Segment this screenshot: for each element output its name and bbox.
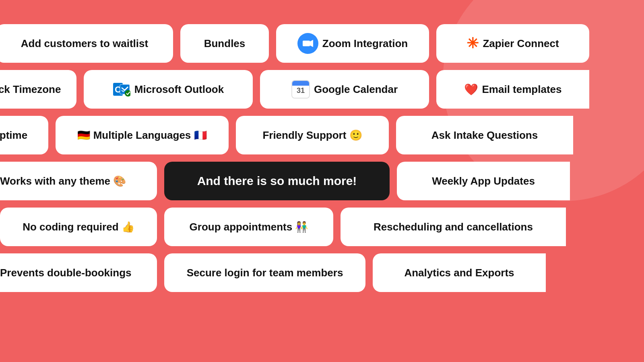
more-chip[interactable]: And there is so much more!: [164, 162, 390, 200]
reschedule-chip[interactable]: Rescheduling and cancellations: [341, 208, 566, 246]
zoom-icon: [297, 33, 318, 54]
row-1: Add customers to waitlist Bundles Zoom I…: [0, 24, 644, 63]
intake-chip[interactable]: Ask Intake Questions: [396, 116, 573, 154]
more-label: And there is so much more!: [197, 174, 357, 188]
double-bookings-chip[interactable]: Prevents double-bookings: [0, 253, 157, 292]
email-templates-chip[interactable]: ❤️ Email templates: [436, 70, 589, 109]
svg-rect-0: [303, 41, 310, 46]
row-3: Uptime 🇩🇪 Multiple Languages 🇫🇷 Friendly…: [0, 116, 644, 154]
bundles-label: Bundles: [204, 37, 246, 50]
languages-label: 🇩🇪 Multiple Languages 🇫🇷: [77, 129, 206, 142]
timezone-chip[interactable]: ock Timezone: [0, 70, 76, 109]
no-coding-chip[interactable]: No coding required 👍: [0, 208, 157, 246]
add-waitlist-label: Add customers to waitlist: [21, 37, 148, 50]
zapier-chip[interactable]: ✳ Zapier Connect: [436, 24, 589, 63]
theme-chip[interactable]: Works with any theme 🎨: [0, 162, 157, 200]
svg-marker-1: [310, 40, 313, 47]
languages-chip[interactable]: 🇩🇪 Multiple Languages 🇫🇷: [56, 116, 229, 154]
support-label: Friendly Support 🙂: [262, 129, 362, 142]
row-6: Prevents double-bookings Secure login fo…: [0, 253, 644, 292]
secure-login-chip[interactable]: Secure login for team members: [164, 253, 365, 292]
timezone-label: ock Timezone: [0, 83, 61, 96]
zapier-label: Zapier Connect: [483, 37, 559, 50]
gcal-chip[interactable]: 31 Google Calendar: [260, 70, 429, 109]
support-chip[interactable]: Friendly Support 🙂: [236, 116, 389, 154]
outlook-icon: O: [113, 81, 130, 97]
weekly-updates-label: Weekly App Updates: [432, 175, 535, 187]
outlook-label: Microsoft Outlook: [134, 83, 224, 96]
row-5: No coding required 👍 Group appointments …: [0, 208, 644, 246]
analytics-chip[interactable]: Analytics and Exports: [373, 253, 546, 292]
theme-label: Works with any theme 🎨: [0, 175, 126, 187]
gcal-label: Google Calendar: [314, 83, 398, 96]
analytics-label: Analytics and Exports: [404, 267, 514, 279]
intake-label: Ask Intake Questions: [431, 129, 538, 142]
email-templates-label: Email templates: [482, 83, 562, 96]
double-bookings-label: Prevents double-bookings: [0, 267, 132, 279]
bundles-chip[interactable]: Bundles: [180, 24, 269, 63]
heart-icon: ❤️: [464, 83, 478, 96]
row-2: ock Timezone O Microsoft Outlook: [0, 70, 644, 109]
group-chip[interactable]: Group appointments 👫: [164, 208, 333, 246]
zoom-label: Zoom Integration: [322, 37, 408, 50]
zoom-chip[interactable]: Zoom Integration: [276, 24, 429, 63]
zapier-icon: ✳: [466, 35, 479, 52]
uptime-chip[interactable]: Uptime: [0, 116, 48, 154]
group-label: Group appointments 👫: [190, 221, 308, 233]
outlook-chip[interactable]: O Microsoft Outlook: [84, 70, 253, 109]
secure-login-label: Secure login for team members: [187, 267, 343, 279]
gcal-icon: 31: [291, 80, 310, 99]
no-coding-label: No coding required 👍: [23, 221, 134, 233]
uptime-label: Uptime: [0, 129, 27, 142]
row-4: Works with any theme 🎨 And there is so m…: [0, 162, 644, 200]
weekly-updates-chip[interactable]: Weekly App Updates: [397, 162, 570, 200]
add-waitlist-chip[interactable]: Add customers to waitlist: [0, 24, 173, 63]
features-grid: Add customers to waitlist Bundles Zoom I…: [0, 24, 644, 292]
reschedule-label: Rescheduling and cancellations: [374, 221, 533, 233]
